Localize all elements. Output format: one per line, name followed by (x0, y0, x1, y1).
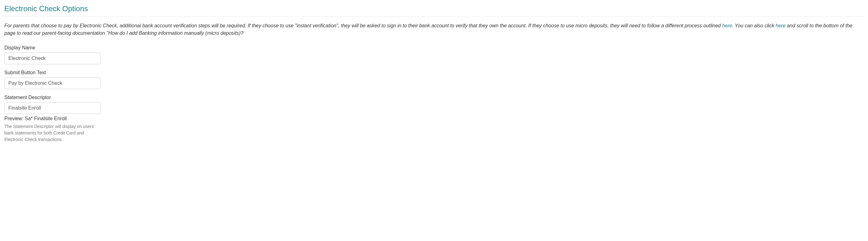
statement-descriptor-group: Statement Descriptor Preview: Sa* Finals… (4, 95, 864, 143)
statement-descriptor-label: Statement Descriptor (4, 95, 864, 100)
display-name-label: Display Name (4, 45, 864, 51)
submit-button-text-label: Submit Button Text (4, 70, 864, 76)
docs-link[interactable]: here (776, 23, 785, 28)
display-name-input[interactable] (4, 52, 100, 64)
submit-button-text-input[interactable] (4, 77, 100, 89)
submit-button-text-group: Submit Button Text (4, 70, 864, 89)
statement-descriptor-helper: The Statement Descriptor will display on… (4, 123, 100, 143)
description-text-1: For parents that choose to pay by Electr… (4, 23, 722, 28)
statement-descriptor-preview: Preview: Sa* Finalsite Enroll (4, 116, 864, 122)
micro-deposits-link[interactable]: here (722, 23, 732, 28)
statement-descriptor-input[interactable] (4, 102, 100, 114)
display-name-group: Display Name (4, 45, 864, 64)
description-text-2: . You can also click (732, 23, 776, 28)
section-title: Electronic Check Options (4, 4, 864, 13)
section-description: For parents that choose to pay by Electr… (4, 22, 864, 37)
section-divider (4, 16, 864, 17)
